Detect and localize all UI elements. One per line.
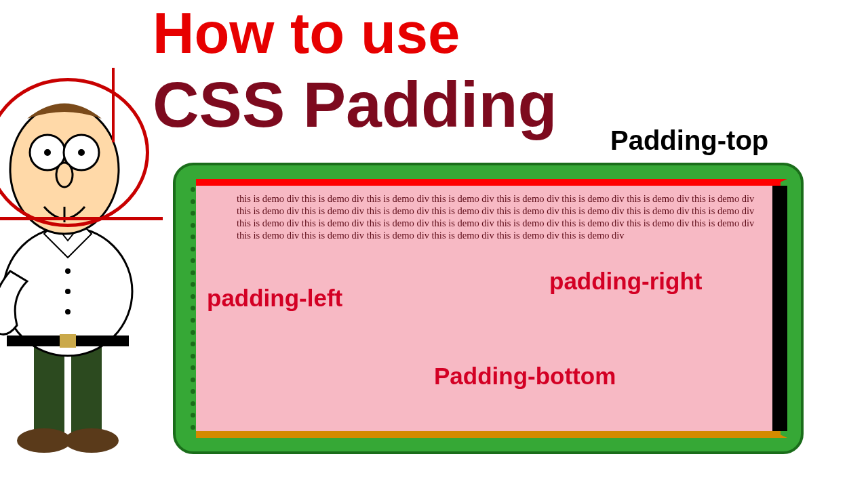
corner-top-right (772, 179, 787, 186)
border-top-edge (196, 179, 781, 186)
label-padding-left: padding-left (207, 285, 342, 312)
svg-point-2 (17, 428, 71, 453)
svg-point-8 (65, 289, 71, 294)
title-line-1: How to use (153, 0, 460, 66)
svg-point-9 (65, 309, 71, 314)
svg-rect-6 (60, 334, 76, 348)
label-padding-top: Padding-top (610, 125, 768, 156)
border-right-edge (772, 186, 787, 431)
demo-text: this is demo div this is demo div this i… (237, 193, 754, 241)
corner-bottom-right (772, 431, 787, 438)
label-padding-bottom: Padding-bottom (434, 363, 616, 390)
border-left-dotted (189, 186, 196, 431)
title-line-2: CSS Padding (153, 68, 557, 142)
svg-point-3 (64, 428, 119, 453)
label-padding-right: padding-right (549, 268, 703, 295)
highlight-hline-icon (0, 217, 163, 220)
border-bottom-edge (196, 431, 781, 438)
svg-point-7 (65, 268, 71, 274)
highlight-vline-icon (112, 68, 115, 142)
